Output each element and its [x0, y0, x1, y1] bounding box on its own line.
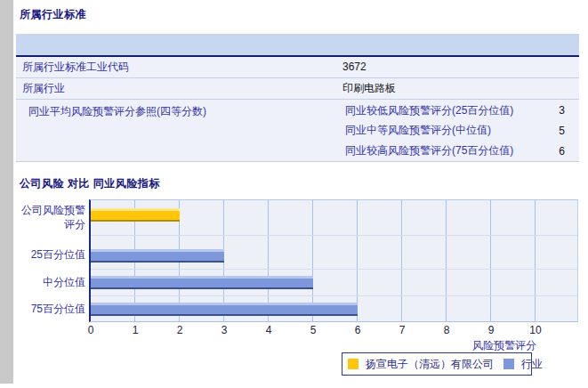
bar-industry-p75: [91, 303, 358, 316]
window-left-gutter: [0, 0, 13, 384]
subrow-value: 5: [559, 125, 579, 137]
row-value: 3672: [342, 57, 366, 77]
subrow-value: 3: [559, 104, 579, 117]
bar-chart-plot-area: [89, 199, 578, 322]
x-tick-label: 4: [266, 324, 272, 336]
bar-industry-p25: [91, 249, 224, 263]
company-series-swatch-icon: [348, 359, 358, 369]
row-label: 所属行业标准工业代码: [16, 61, 129, 73]
category-label-p25: 25百分位值: [0, 247, 85, 262]
table-row: 所属行业标准工业代码 3672: [16, 57, 579, 78]
table-header-band: [16, 34, 579, 57]
legend-label-industry: 行业: [521, 357, 543, 372]
row-label: 所属行业: [16, 82, 65, 94]
subrow: 同业中等风险预警评分(中位值) 5: [342, 121, 579, 141]
table-row: 所属行业 印刷电路板: [16, 78, 579, 100]
bar-industry-median: [91, 276, 313, 289]
x-tick-label: 9: [488, 324, 495, 336]
subrow-value: 6: [559, 145, 579, 158]
band-separator: [91, 235, 577, 236]
x-axis-ticks: 012345678910: [91, 324, 579, 336]
x-tick-label: 8: [444, 324, 450, 336]
x-tick-label: 7: [399, 324, 406, 336]
chart-legend: 扬宣电子（清远）有限公司 行业: [342, 352, 532, 376]
x-tick-label: 6: [355, 324, 361, 336]
band-separator: [91, 295, 577, 296]
x-axis-title: 风险预警评分: [472, 338, 536, 353]
x-tick-label: 3: [222, 324, 228, 336]
category-label-median: 中分位值: [0, 275, 85, 289]
industry-standard-table: 所属行业标准工业代码 3672 所属行业 印刷电路板 同业平均风险预警评分参照(…: [16, 34, 579, 162]
row-value: 印刷电路板: [342, 78, 396, 99]
row-label: 同业平均风险预警评分参照(四等分数): [22, 104, 206, 119]
x-tick-label: 5: [310, 324, 317, 336]
x-tick-label: 10: [529, 324, 541, 336]
industry-standard-section-title: 所属行业标准: [20, 7, 86, 22]
subrow: 同业较低风险预警评分(25百分位值) 3: [342, 101, 579, 120]
table-row: 同业平均风险预警评分参照(四等分数) 同业较低风险预警评分(25百分位值) 3 …: [16, 100, 579, 162]
industry-series-swatch-icon: [503, 359, 514, 369]
x-tick-label: 1: [133, 324, 139, 336]
category-label-p75: 75百分位值: [0, 302, 85, 316]
subrow-label: 同业较高风险预警评分(75百分位值): [342, 143, 513, 158]
bar-company-score: [91, 208, 180, 222]
legend-label-company: 扬宣电子（清远）有限公司: [366, 357, 494, 372]
x-tick-label: 0: [88, 324, 94, 336]
subrow-label: 同业中等风险预警评分(中位值): [342, 123, 491, 138]
subrow-label: 同业较低风险预警评分(25百分位值): [342, 103, 513, 118]
x-tick-label: 2: [177, 324, 183, 336]
band-separator: [91, 269, 577, 270]
subrow: 同业较高风险预警评分(75百分位值) 6: [342, 141, 579, 161]
risk-comparison-section-title: 公司风险 对比 同业风险指标: [20, 176, 160, 191]
quartile-subrows: 同业较低风险预警评分(25百分位值) 3 同业中等风险预警评分(中位值) 5 同…: [342, 101, 579, 161]
category-label-company-score: 公司风险预警评分: [18, 203, 85, 231]
